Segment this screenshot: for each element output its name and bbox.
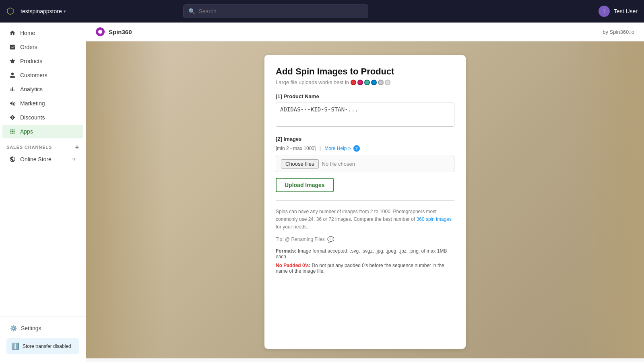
edge-icon	[364, 80, 370, 85]
spin-images-link[interactable]: 360 spin images	[417, 216, 452, 222]
tip-row: Tip: @ Renaming Files 💬	[276, 236, 454, 243]
images-hint-row: [min 2 - max 1000] | More Help > ?	[276, 145, 454, 152]
store-chevron-icon: ▾	[64, 9, 66, 14]
shopify-logo-icon: ⬡	[6, 6, 14, 16]
card-subtitle: Large file uploads works best in	[276, 79, 454, 85]
settings-label: Settings	[21, 325, 41, 331]
file-input-row: Choose files No file chosen	[276, 156, 454, 172]
firefox-icon	[357, 80, 363, 85]
sidebar-footer: ⚙️ Settings ℹ️ Store transfer disabled	[0, 316, 86, 362]
store-name: testspinappstore	[21, 8, 62, 14]
hint-separator: |	[318, 146, 322, 151]
products-icon	[9, 58, 16, 65]
app-header-left: Spin360	[96, 27, 132, 36]
info-text-content: Spins can have any number of images from…	[276, 209, 437, 222]
app-logo	[96, 27, 105, 36]
sidebar-label-marketing: Marketing	[20, 100, 45, 107]
sidebar-item-marketing[interactable]: Marketing	[2, 97, 83, 110]
app-header: Spin360 by Spin360.io	[86, 23, 644, 41]
store-transfer-banner: ℹ️ Store transfer disabled	[6, 338, 79, 354]
sidebar-label-analytics: Analytics	[20, 86, 43, 93]
sidebar-nav: Home Orders Products Custo	[0, 23, 86, 316]
sidebar-item-customers[interactable]: Customers	[2, 68, 83, 82]
apps-icon	[9, 128, 16, 135]
online-store-label: Online Store	[20, 156, 52, 162]
card-subtitle-text: Large file uploads works best in	[276, 79, 349, 85]
sidebar-label-customers: Customers	[20, 72, 47, 78]
images-hint-text: [min 2 - max 1000]	[276, 146, 316, 151]
formats-label: Formats:	[276, 248, 296, 254]
help-question-icon[interactable]: ?	[353, 145, 360, 152]
main-content: Spin360 by Spin360.io Add Spin Images to…	[86, 23, 644, 362]
info-text-2: for your needs.	[276, 224, 308, 230]
sidebar: Home Orders Products Custo	[0, 23, 86, 362]
opera-icon	[385, 80, 390, 85]
product-name-input[interactable]: ADIDAS---KID-S-STAN-...	[276, 103, 454, 127]
images-label: [2] Images	[276, 136, 454, 142]
search-bar[interactable]: 🔍	[183, 4, 368, 18]
browser-icons	[351, 80, 390, 85]
orders-icon	[9, 43, 16, 51]
upload-images-button[interactable]: Upload Images	[276, 178, 334, 192]
search-icon: 🔍	[188, 8, 195, 14]
sidebar-label-products: Products	[20, 58, 42, 64]
sidebar-item-discounts[interactable]: Discounts	[2, 111, 83, 124]
marketing-icon	[9, 100, 16, 107]
product-name-section: [1] Product Name ADIDAS---KID-S-STAN-...	[276, 93, 454, 128]
sidebar-item-analytics[interactable]: Analytics	[2, 82, 83, 96]
discounts-icon	[9, 114, 16, 121]
customers-icon	[9, 72, 16, 79]
sales-channels-section: SALES CHANNELS +	[0, 139, 86, 152]
sidebar-item-home[interactable]: Home	[2, 26, 83, 40]
add-sales-channel-button[interactable]: +	[75, 144, 79, 151]
settings-icon: ⚙️	[10, 325, 17, 332]
online-store-icon	[9, 156, 16, 163]
add-spin-images-card: Add Spin Images to Product Large file up…	[264, 55, 466, 349]
sidebar-item-orders[interactable]: Orders	[2, 40, 83, 54]
chrome-icon	[351, 80, 356, 85]
chat-icon: 💬	[327, 236, 334, 243]
sidebar-label-orders: Orders	[20, 44, 37, 50]
sales-channels-label: SALES CHANNELS	[6, 145, 52, 150]
info-text: Spins can have any number of images from…	[276, 208, 454, 231]
info-icon: ℹ️	[11, 342, 19, 350]
sidebar-label-home: Home	[20, 30, 35, 36]
tip-text: Tip: @ Renaming Files	[276, 237, 325, 242]
topnav-right: T Test User	[599, 6, 638, 17]
sidebar-item-apps[interactable]: Apps	[2, 125, 83, 138]
no-file-label: No file chosen	[322, 161, 355, 167]
images-section: [2] Images [min 2 - max 1000] | More Hel…	[276, 136, 454, 192]
no-padded-label: No Padded 0's:	[276, 263, 310, 268]
search-input[interactable]	[198, 8, 363, 14]
safari-icon	[378, 80, 384, 85]
avatar[interactable]: T	[599, 6, 610, 17]
sidebar-item-products[interactable]: Products	[2, 54, 83, 68]
sidebar-item-online-store[interactable]: Online Store 👁	[2, 153, 83, 166]
sidebar-label-discounts: Discounts	[20, 114, 45, 121]
card-title: Add Spin Images to Product	[276, 66, 454, 77]
more-help-link[interactable]: More Help >	[324, 146, 351, 151]
top-navigation: ⬡ testspinappstore ▾ 🔍 T Test User	[0, 0, 644, 23]
content-wrapper: Add Spin Images to Product Large file up…	[86, 41, 644, 358]
store-transfer-label: Store transfer disabled	[23, 343, 71, 349]
formats-block: Formats: Image format accepted: .svg, .s…	[276, 248, 454, 259]
analytics-icon	[9, 86, 16, 93]
no-padded-block: No Padded 0's: Do not put any padded 0's…	[276, 263, 454, 274]
online-store-visibility-icon[interactable]: 👁	[72, 156, 77, 162]
product-name-label: [1] Product Name	[276, 93, 454, 99]
sidebar-label-apps: Apps	[20, 128, 33, 135]
home-icon	[9, 29, 16, 37]
layout: Home Orders Products Custo	[0, 23, 644, 362]
store-selector[interactable]: testspinappstore ▾	[21, 8, 66, 14]
username-label: Test User	[614, 8, 638, 14]
divider	[276, 200, 454, 201]
choose-files-button[interactable]: Choose files	[281, 159, 319, 169]
app-header-by: by Spin360.io	[603, 29, 634, 35]
formats-text: Image format accepted: .svg, .svgz, .jpg…	[276, 248, 447, 259]
settings-item[interactable]: ⚙️ Settings	[3, 321, 83, 335]
app-title: Spin360	[109, 29, 132, 35]
brave-icon	[371, 80, 377, 85]
